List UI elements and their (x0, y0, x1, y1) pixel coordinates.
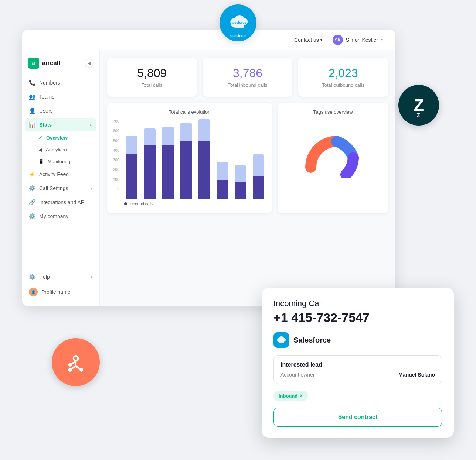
bar-group-2 (142, 128, 157, 199)
sidebar-item-integrations[interactable]: 🔗 Integrations and API (25, 196, 96, 209)
main-wrapper: salesforce salesforce Z z Contact us ▾ (0, 0, 476, 460)
total-outbound-label: Total outbound calls (306, 82, 381, 88)
stats-row: 5,809 Total calls 3,786 Total inbound ca… (107, 58, 388, 97)
inbound-tag: Inbound × (273, 391, 308, 401)
sidebar-sub-item-analytics[interactable]: ◀ Analytics+ (25, 144, 96, 155)
sidebar-item-numbers[interactable]: 📞 Numbers (25, 76, 96, 89)
teams-label: Teams (39, 94, 54, 100)
bar-light-6 (217, 162, 228, 180)
chevron-down-icon: ▾ (320, 38, 322, 42)
bar-group-3 (160, 127, 176, 199)
dashboard-card: Contact us ▾ SK Simon Kestler ▾ a aircal… (22, 30, 395, 306)
sidebar-item-teams[interactable]: 👥 Teams (25, 90, 96, 103)
salesforce-logo-circle: salesforce salesforce (220, 4, 256, 41)
bar-dark-3 (162, 145, 174, 199)
bar-dark-4 (180, 141, 192, 199)
integrations-icon: 🔗 (29, 199, 35, 206)
bar-dark-1 (126, 154, 137, 199)
monitoring-label: Monitoring (48, 159, 70, 164)
bar-group-1 (124, 136, 139, 199)
bar-chart: 700 600 500 400 300 200 100 0 (113, 119, 266, 200)
sidebar-nav: 📞 Numbers 👥 Teams 👤 Users 📊 Stats (22, 76, 99, 267)
charts-row: Total calls evolution 700 600 500 400 30… (107, 103, 388, 213)
total-calls-value: 5,809 (115, 66, 190, 80)
users-icon: 👤 (29, 107, 35, 114)
svg-point-6 (68, 368, 72, 372)
zendesk-logo-circle: Z z (398, 85, 439, 126)
overview-check-icon: ✓ (38, 135, 42, 141)
call-settings-label: Call Settings (39, 185, 68, 191)
contact-us-button[interactable]: Contact us ▾ (290, 35, 326, 45)
bar-chart-grid: 700 600 500 400 300 200 100 0 (113, 119, 266, 199)
salesforce-name: Salesforce (293, 336, 331, 344)
sidebar-sub-item-overview[interactable]: ✓ Overview (25, 132, 96, 144)
numbers-label: Numbers (39, 80, 60, 86)
bar-dark-7 (235, 182, 246, 199)
phone-number: +1 415-732-7547 (273, 310, 442, 325)
bar-group-8 (251, 154, 266, 199)
svg-point-2 (74, 357, 77, 360)
sidebar-sub-item-monitoring[interactable]: 📱 Monitoring (25, 156, 96, 167)
legend-dot (124, 202, 127, 205)
lead-card: Interested lead Account owner Manuel Sol… (273, 355, 442, 384)
stats-icon: 📊 (29, 121, 35, 128)
users-label: Users (39, 108, 53, 114)
sidebar-item-help[interactable]: ⚙️ Help ▾ (25, 270, 96, 284)
user-menu[interactable]: SK Simon Kestler ▾ (329, 32, 387, 47)
salesforce-text: salesforce (230, 34, 246, 38)
bar-group-7 (233, 165, 248, 199)
call-settings-icon: ⚙️ (29, 185, 35, 192)
activity-label: Activity Feed (39, 171, 69, 177)
sidebar-item-activity[interactable]: ⚡ Activity Feed (25, 168, 96, 181)
stat-card-inbound: 3,786 Total inbound calls (203, 58, 293, 97)
stat-card-total-calls: 5,809 Total calls (107, 58, 197, 97)
activity-icon: ⚡ (29, 171, 35, 178)
donut-container (284, 119, 382, 186)
call-settings-chevron-icon: ▾ (91, 186, 93, 191)
bar-light-8 (253, 154, 264, 176)
bar-light-7 (235, 165, 246, 182)
stats-chevron-icon: ▲ (89, 123, 93, 127)
help-label: Help (39, 274, 50, 280)
tag-row: Inbound × (273, 391, 442, 401)
y-axis: 700 600 500 400 300 200 100 0 (113, 119, 119, 191)
sidebar-item-call-settings[interactable]: ⚙️ Call Settings ▾ (25, 182, 96, 195)
tag-close-icon[interactable]: × (300, 393, 303, 399)
chart-legend: Inbound calls (113, 202, 266, 206)
bar-light-1 (126, 136, 137, 154)
bar-dark-2 (144, 145, 156, 199)
total-inbound-label: Total inbound calls (210, 82, 285, 88)
salesforce-row: Salesforce (273, 332, 442, 348)
help-chevron-icon: ▾ (91, 275, 93, 279)
user-avatar: SK (333, 35, 343, 45)
teams-icon: 👥 (29, 93, 35, 100)
lead-title: Interested lead (280, 361, 435, 368)
user-chevron-icon: ▾ (381, 38, 383, 42)
bar-group-6 (215, 162, 230, 199)
sidebar: a aircall ◀ 📞 Numbers 👥 Teams 👤 (22, 50, 100, 306)
top-header: Contact us ▾ SK Simon Kestler ▾ (22, 30, 395, 50)
sidebar-item-company[interactable]: ⚙️ My company (25, 210, 96, 223)
dashboard-body: a aircall ◀ 📞 Numbers 👥 Teams 👤 (22, 50, 395, 306)
phone-icon: 📞 (29, 79, 35, 86)
company-icon: ⚙️ (29, 213, 35, 220)
incoming-call-panel: Incoming Call +1 415-732-7547 Salesforce… (262, 288, 454, 438)
overview-label: Overview (46, 135, 68, 141)
bar-dark-8 (253, 176, 264, 199)
bar-chart-title: Total calls evolution (113, 109, 266, 115)
sidebar-item-users[interactable]: 👤 Users (25, 104, 96, 117)
sidebar-item-profile[interactable]: 👤 Profile name (25, 284, 96, 300)
svg-text:salesforce: salesforce (230, 21, 246, 24)
bar-light-4 (180, 123, 192, 141)
send-contract-button[interactable]: Send contract (273, 408, 442, 427)
sidebar-bottom: ⚙️ Help ▾ 👤 Profile name (22, 267, 99, 306)
bar-light-2 (144, 128, 156, 145)
bar-group-5 (197, 119, 212, 199)
bar-dark-6 (217, 180, 228, 199)
sidebar-item-stats[interactable]: 📊 Stats ▲ (25, 118, 96, 131)
user-name: Simon Kestler (346, 37, 378, 43)
company-label: My company (39, 213, 68, 219)
sidebar-collapse-button[interactable]: ◀ (85, 59, 94, 68)
main-content: 5,809 Total calls 3,786 Total inbound ca… (100, 50, 395, 306)
bar-light-5 (198, 119, 210, 141)
